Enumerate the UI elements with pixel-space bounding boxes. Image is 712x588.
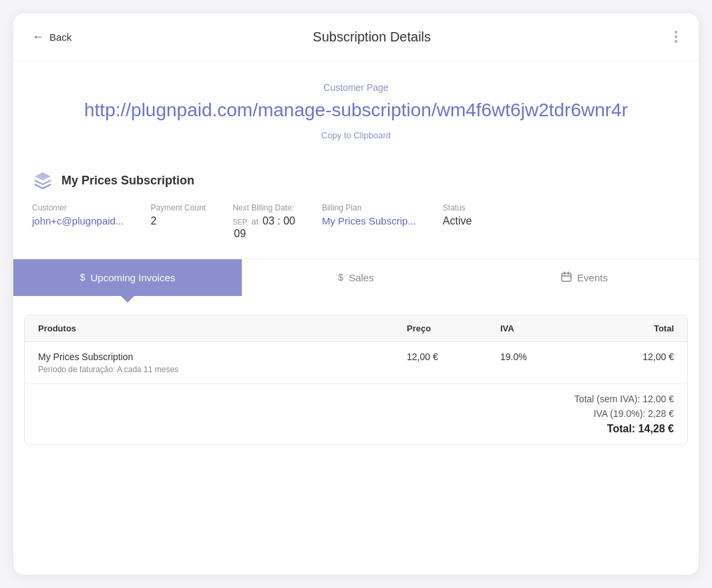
invoice-table: Produtos Preço IVA Total My Prices Subsc… bbox=[24, 315, 688, 445]
subscription-info-grid: Customer john+c@plugnpaid... Payment Cou… bbox=[13, 191, 699, 258]
back-label: Back bbox=[49, 31, 71, 43]
billing-plan-label: Billing Plan bbox=[322, 203, 416, 212]
next-billing-label: Next Billing Date: bbox=[232, 203, 295, 212]
th-iva: IVA bbox=[500, 323, 580, 333]
customer-page-url[interactable]: http://plugnpaid.com/manage-subscription… bbox=[32, 98, 680, 122]
dot-1 bbox=[675, 31, 677, 33]
next-billing-inner: SEP 09 at 03 : 00 bbox=[232, 215, 295, 239]
svg-rect-0 bbox=[562, 273, 571, 281]
customer-label: Customer bbox=[32, 203, 124, 212]
period-row: Período de faturação: A cada 11 meses bbox=[25, 365, 687, 384]
product-name: My Prices Subscription bbox=[38, 351, 407, 362]
tab-upcoming-invoices[interactable]: $ Upcoming Invoices bbox=[13, 259, 242, 296]
billing-plan-value: My Prices Subscrip... bbox=[322, 215, 416, 227]
product-iva: 19.0% bbox=[500, 351, 580, 362]
billing-plan-cell: Billing Plan My Prices Subscrip... bbox=[322, 203, 416, 239]
more-options-button[interactable] bbox=[672, 28, 680, 45]
tab-sales[interactable]: $ Sales bbox=[242, 259, 470, 296]
total-final: Total: 14,28 € bbox=[607, 423, 674, 435]
at-label: at bbox=[251, 216, 258, 227]
status-cell: Status Active bbox=[443, 203, 472, 239]
th-total: Total bbox=[580, 323, 674, 333]
dollar-icon-upcoming: $ bbox=[80, 272, 85, 283]
billing-day: 09 bbox=[234, 227, 246, 240]
tabs-container: $ Upcoming Invoices $ Sales Events bbox=[13, 259, 699, 296]
layers-icon bbox=[32, 170, 53, 191]
back-arrow-icon: ← bbox=[32, 30, 44, 44]
page-container: ← Back Subscription Details Customer Pag… bbox=[13, 13, 699, 575]
payment-count-value: 2 bbox=[150, 215, 206, 227]
payment-count-label: Payment Count bbox=[150, 203, 206, 212]
billing-month: SEP bbox=[232, 218, 247, 227]
product-total: 12,00 € bbox=[580, 351, 674, 362]
status-label: Status bbox=[443, 203, 472, 212]
subscription-header: My Prices Subscription bbox=[13, 156, 699, 191]
copy-to-clipboard-button[interactable]: Copy to Clipboard bbox=[32, 130, 680, 140]
tab-upcoming-label: Upcoming Invoices bbox=[91, 272, 176, 283]
calendar-icon bbox=[561, 271, 572, 284]
next-billing-cell: Next Billing Date: SEP 09 at 03 : 00 bbox=[232, 203, 295, 239]
table-row: My Prices Subscription 12,00 € 19.0% 12,… bbox=[25, 342, 687, 384]
total-iva: IVA (19.0%): 2,28 € bbox=[594, 408, 674, 419]
status-value: Active bbox=[443, 215, 472, 227]
customer-page-section: Customer Page http://plugnpaid.com/manag… bbox=[13, 61, 699, 156]
customer-cell: Customer john+c@plugnpaid... bbox=[32, 203, 124, 239]
tab-sales-label: Sales bbox=[349, 272, 374, 283]
header: ← Back Subscription Details bbox=[13, 13, 699, 61]
billing-time: 03 : 00 bbox=[262, 215, 295, 227]
tab-events[interactable]: Events bbox=[470, 259, 699, 296]
customer-value: john+c@plugnpaid... bbox=[32, 215, 124, 227]
product-preco: 12,00 € bbox=[407, 351, 500, 362]
page-title: Subscription Details bbox=[71, 29, 672, 45]
total-sem-iva: Total (sem IVA): 12,00 € bbox=[574, 394, 674, 404]
dollar-icon-sales: $ bbox=[338, 272, 343, 283]
payment-count-cell: Payment Count 2 bbox=[150, 203, 206, 239]
subscription-title: My Prices Subscription bbox=[61, 174, 194, 188]
row-data: My Prices Subscription 12,00 € 19.0% 12,… bbox=[25, 342, 687, 365]
th-preco: Preço bbox=[407, 323, 500, 333]
customer-page-label: Customer Page bbox=[32, 82, 680, 93]
th-produtos: Produtos bbox=[38, 323, 407, 333]
dot-2 bbox=[675, 35, 677, 38]
dot-3 bbox=[675, 40, 677, 43]
table-header: Produtos Preço IVA Total bbox=[25, 315, 687, 342]
tab-events-label: Events bbox=[577, 272, 608, 283]
totals-section: Total (sem IVA): 12,00 € IVA (19.0%): 2,… bbox=[25, 384, 687, 444]
back-button[interactable]: ← Back bbox=[32, 30, 71, 44]
billing-date-col: SEP 09 bbox=[232, 218, 247, 239]
